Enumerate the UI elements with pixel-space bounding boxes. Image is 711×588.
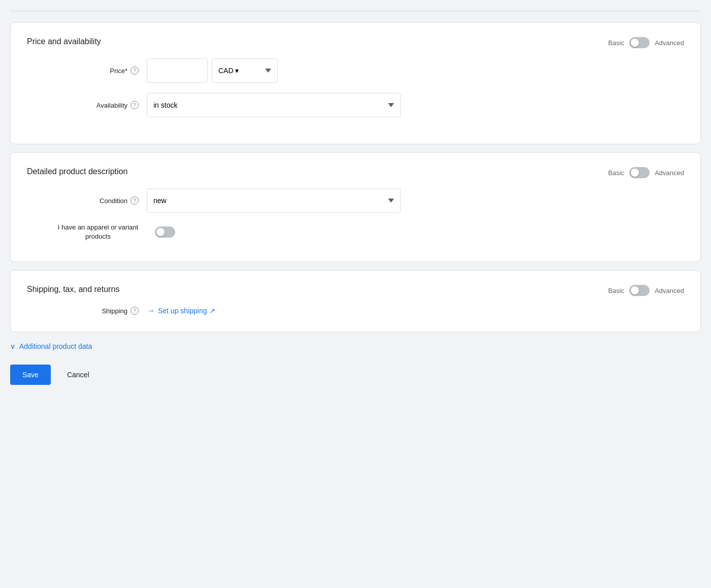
shipping-link-area: → Set up shipping ↗ <box>147 306 215 315</box>
detailed-advanced-label: Advanced <box>655 169 684 177</box>
price-help-icon[interactable]: ? <box>131 67 139 75</box>
price-availability-title: Price and availability <box>27 37 684 46</box>
chevron-down-icon: ∨ <box>10 342 15 350</box>
availability-select[interactable]: in stock out of stock preorder <box>147 93 401 117</box>
top-separator <box>10 10 701 12</box>
page-container: Price and availability Basic Advanced Pr… <box>10 10 701 385</box>
shipping-advanced-label: Advanced <box>655 287 684 295</box>
apparel-label: I have an apparel or variant products <box>57 223 139 241</box>
shipping-card: Shipping, tax, and returns Basic Advance… <box>10 270 701 332</box>
detailed-description-toggle-area: Basic Advanced <box>608 167 684 178</box>
shipping-label-text: Shipping <box>102 307 127 315</box>
price-row: Price* ? CAD ▾ USD EUR GBP <box>57 58 684 83</box>
additional-product-data-label: Additional product data <box>19 342 92 350</box>
condition-help-icon[interactable]: ? <box>131 197 139 205</box>
arrow-right-icon: → <box>147 306 155 315</box>
currency-select-wrapper: CAD ▾ USD EUR GBP <box>212 58 278 83</box>
price-advanced-label: Advanced <box>655 39 684 47</box>
save-button[interactable]: Save <box>10 365 51 385</box>
price-input-group: CAD ▾ USD EUR GBP <box>147 58 278 83</box>
price-basic-label: Basic <box>608 39 624 47</box>
apparel-toggle-track <box>155 226 175 238</box>
shipping-label: Shipping ? <box>57 307 139 315</box>
detailed-basic-label: Basic <box>608 169 624 177</box>
cancel-button[interactable]: Cancel <box>59 365 98 385</box>
shipping-basic-label: Basic <box>608 287 624 295</box>
setup-shipping-link[interactable]: Set up shipping ↗ <box>158 307 215 315</box>
setup-shipping-text: Set up shipping <box>158 307 207 315</box>
detailed-description-card: Detailed product description Basic Advan… <box>10 152 701 262</box>
price-availability-card: Price and availability Basic Advanced Pr… <box>10 22 701 144</box>
price-availability-toggle-area: Basic Advanced <box>608 37 684 48</box>
detailed-advanced-toggle[interactable] <box>629 167 650 178</box>
apparel-row: I have an apparel or variant products <box>57 223 684 241</box>
shipping-row: Shipping ? → Set up shipping ↗ <box>57 306 684 315</box>
condition-select[interactable]: new refurbished used <box>147 188 401 213</box>
availability-row: Availability ? in stock out of stock pre… <box>57 93 684 117</box>
price-toggle-track <box>629 37 650 48</box>
footer-buttons: Save Cancel <box>10 365 701 385</box>
shipping-title: Shipping, tax, and returns <box>27 285 684 294</box>
detailed-toggle-track <box>629 167 650 178</box>
additional-product-data-section[interactable]: ∨ Additional product data <box>10 340 701 352</box>
currency-select[interactable]: CAD ▾ USD EUR GBP <box>212 58 278 83</box>
price-advanced-toggle[interactable] <box>629 37 650 48</box>
shipping-help-icon[interactable]: ? <box>131 307 139 315</box>
required-asterisk: * <box>125 67 127 75</box>
condition-row: Condition ? new refurbished used <box>57 188 684 213</box>
apparel-toggle[interactable] <box>155 226 175 238</box>
price-label: Price* ? <box>57 67 139 75</box>
detailed-description-title: Detailed product description <box>27 167 684 176</box>
shipping-advanced-toggle[interactable] <box>629 285 650 296</box>
availability-help-icon[interactable]: ? <box>131 101 139 109</box>
condition-label: Condition ? <box>57 197 139 205</box>
shipping-toggle-track <box>629 285 650 296</box>
condition-label-text: Condition <box>100 197 127 205</box>
price-input[interactable] <box>147 58 208 83</box>
availability-label: Availability ? <box>57 101 139 109</box>
availability-label-text: Availability <box>96 102 127 109</box>
price-label-text: Price* <box>110 67 127 75</box>
external-link-icon: ↗ <box>209 307 215 315</box>
shipping-toggle-area: Basic Advanced <box>608 285 684 296</box>
